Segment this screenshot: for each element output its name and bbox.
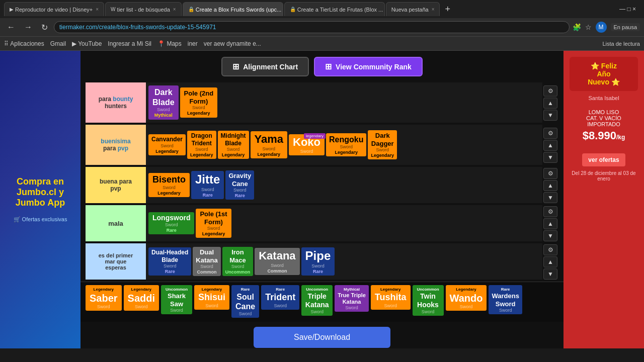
tab-nueva[interactable]: Nueva pestaña ×: [386, 2, 440, 16]
item-dragon-trident[interactable]: DragonTrident Sword Legendary: [187, 131, 216, 159]
tab-tierlist-search[interactable]: W tier list - de búsqueda ×: [105, 2, 182, 16]
content-area: Compra en Jumbo.cl y Jumbo App 🛒 Ofertas…: [0, 51, 644, 348]
toolbar: ⊞ Alignment Chart ⊞ View Community Rank: [80, 51, 564, 82]
item-koko[interactable]: legendary Koko Sword: [289, 134, 325, 155]
reading-list[interactable]: Lista de lectura: [602, 41, 640, 47]
nav-bar: ← → ↻ tiermaker.com/create/blox-fruits-s…: [0, 18, 644, 36]
item-rengoku[interactable]: Rengoku Sword Legendary: [326, 133, 366, 156]
item-pipe[interactable]: Pipe Sword Rare: [301, 247, 335, 276]
item-wando[interactable]: Legendary Wando Sword: [446, 285, 487, 311]
community-label: View Community Rank: [336, 63, 412, 71]
tier-settings-5[interactable]: ⚙: [543, 244, 557, 255]
item-saddi[interactable]: Legendary Saddi Sword: [124, 285, 159, 311]
bookmark-maps[interactable]: 📍 Maps: [157, 40, 182, 47]
paused-label: En pausa: [611, 23, 640, 31]
item-gravity-cane[interactable]: GravityCane Sword Rare: [225, 170, 254, 200]
tier-settings-3[interactable]: ⚙: [543, 168, 557, 179]
item-dual-katana[interactable]: DualKatana Sword Common: [193, 247, 220, 276]
bookmarks-bar: ⠿ Aplicaciones Gmail ▶ YouTube Ingresar …: [0, 36, 644, 50]
tier-down-4[interactable]: ▼: [543, 230, 557, 241]
address-bar[interactable]: tiermaker.com/create/blox-fruits-swords-…: [54, 21, 570, 33]
item-shisui[interactable]: Legendary Shisui Sword: [194, 285, 229, 310]
tier-down-1[interactable]: ▼: [543, 110, 557, 121]
tier-down-5[interactable]: ▼: [543, 268, 557, 280]
tier-row-1: para bountyhunters DarkBlade Sword Mythi…: [86, 82, 558, 124]
tier-controls-4: ⚙ ▲ ▼: [542, 205, 558, 242]
item-tushita[interactable]: Legendary Tushita Sword: [371, 285, 411, 310]
alignment-label: Alignment Chart: [243, 63, 298, 71]
bookmark-apps[interactable]: ⠿ Aplicaciones: [4, 40, 44, 47]
tier-row-3: buena parapvp Bisento Sword Legendary Ji…: [86, 167, 558, 204]
item-dark-blade[interactable]: DarkBlade Sword Mythical: [148, 85, 179, 119]
tier-up-2[interactable]: ▲: [543, 140, 557, 151]
item-pole-1st[interactable]: Pole (1stForm) Sword Legendary: [196, 209, 231, 238]
save-area: Save/Download: [80, 322, 564, 348]
tierlist-container: para bountyhunters DarkBlade Sword Mythi…: [80, 82, 564, 282]
tab-frutas[interactable]: 🔒 Create a TierList de Frutas (Blox ... …: [284, 2, 385, 16]
ad-ver-ofertas[interactable]: ver ofertas: [582, 153, 625, 166]
item-jitte[interactable]: Jitte Sword Rare: [191, 171, 224, 199]
item-katana[interactable]: Katana Sword Common: [255, 248, 299, 275]
nav-icons: 🧩 ☆ M En pausa: [573, 22, 640, 33]
tab-blox-fruits-swords[interactable]: 🔒 Create a Blox Fruits Swords (upc... ×: [183, 2, 283, 16]
tier-up-1[interactable]: ▲: [543, 98, 557, 109]
item-soul-cane[interactable]: Rare SoulCane Sword: [231, 285, 259, 318]
alignment-chart-button[interactable]: ⊞ Alignment Chart: [221, 57, 309, 76]
tier-row-5: es del primermar queesperas Dual-HeadedB…: [86, 243, 558, 281]
tier-row-4: mala Longsword Sword Rare Pole (1stForm)…: [86, 205, 558, 242]
bookmark-ingresar[interactable]: Ingresar a Mi Sil: [108, 40, 151, 47]
tab-close-nueva[interactable]: ×: [432, 7, 435, 12]
tier-controls-1: ⚙ ▲ ▼: [542, 82, 558, 124]
tier-down-2[interactable]: ▼: [543, 152, 557, 163]
tier-label-5: es del primermar queesperas: [86, 243, 146, 280]
back-button[interactable]: ←: [4, 22, 18, 33]
item-yama[interactable]: Yama Sword Legendary: [251, 131, 288, 158]
extensions-icon[interactable]: 🧩: [573, 23, 581, 31]
tab-close-disney[interactable]: ×: [96, 7, 99, 12]
tier-settings-2[interactable]: ⚙: [543, 128, 557, 139]
reload-button[interactable]: ↻: [38, 22, 51, 33]
tier-settings-4[interactable]: ⚙: [543, 206, 557, 217]
tier-up-3[interactable]: ▲: [543, 180, 557, 191]
alignment-icon: ⊞: [232, 62, 239, 71]
browser-chrome: ▶ Reproductor de video | Disney+ × W tie…: [0, 0, 644, 51]
item-longsword[interactable]: Longsword Sword Rare: [148, 212, 194, 234]
save-download-button[interactable]: Save/Download: [254, 327, 390, 348]
bookmark-aew[interactable]: ver aew dynamite e...: [204, 40, 261, 47]
tab-close-search[interactable]: ×: [173, 7, 176, 12]
tier-settings-1[interactable]: ⚙: [543, 85, 557, 97]
main-content: ⊞ Alignment Chart ⊞ View Community Rank …: [80, 51, 564, 348]
item-shark-saw[interactable]: Uncommon SharkSaw Sword: [161, 285, 192, 314]
tier-label-3: buena parapvp: [86, 167, 146, 203]
item-wardens-sword[interactable]: Rare WardensSword Sword: [489, 285, 522, 314]
community-icon: ⊞: [325, 62, 332, 71]
item-bisento[interactable]: Bisento Sword Legendary: [148, 173, 190, 198]
profile-icon[interactable]: M: [596, 22, 607, 33]
tier-label-2: buenísimapara pvp: [86, 125, 146, 165]
item-dark-dagger[interactable]: DarkDagger Sword Legendary: [368, 130, 397, 159]
tab-disney[interactable]: ▶ Reproductor de video | Disney+ ×: [4, 2, 104, 16]
community-rank-button[interactable]: ⊞ View Community Rank: [314, 57, 423, 76]
item-dual-headed-blade[interactable]: Dual-HeadedBlade Sword Rare: [148, 247, 191, 276]
tier-up-5[interactable]: ▲: [543, 256, 557, 267]
tier-down-3[interactable]: ▼: [543, 192, 557, 203]
forward-button[interactable]: →: [21, 22, 35, 33]
item-true-triple-katana[interactable]: Mythical True TripleKatana Sword: [335, 285, 369, 312]
item-pole-2nd[interactable]: Pole (2ndForm) Sword Legendary: [180, 87, 218, 118]
bookmark-youtube[interactable]: ▶ YouTube: [72, 40, 102, 47]
item-twin-hooks[interactable]: Uncommon TwinHooks Sword: [413, 285, 444, 316]
tier-controls-5: ⚙ ▲ ▼: [542, 243, 558, 281]
item-trident[interactable]: Rare Trident Sword: [261, 285, 299, 310]
tier-up-4[interactable]: ▲: [543, 218, 557, 229]
item-triple-katana[interactable]: Uncommon TripleKatana Sword: [301, 285, 333, 316]
item-midnight-blade[interactable]: MidnightBlade Sword Legendary: [218, 131, 249, 159]
address-text: tiermaker.com/create/blox-fruits-swords-…: [59, 24, 216, 31]
bookmark-iner[interactable]: iner: [188, 40, 198, 47]
bookmark-icon[interactable]: ☆: [585, 23, 592, 31]
right-ad: ⭐ FelizAñoNuevo ⭐ Santa Isabel LOMO LISO…: [564, 51, 644, 348]
item-iron-mace[interactable]: IronMace Sword Uncommon: [222, 247, 254, 276]
item-saber[interactable]: Legendary Saber Sword: [86, 285, 122, 311]
new-tab-button[interactable]: +: [441, 4, 454, 15]
bookmark-gmail[interactable]: Gmail: [50, 40, 66, 47]
item-canvander[interactable]: Canvander Sword Legendary: [148, 134, 186, 155]
